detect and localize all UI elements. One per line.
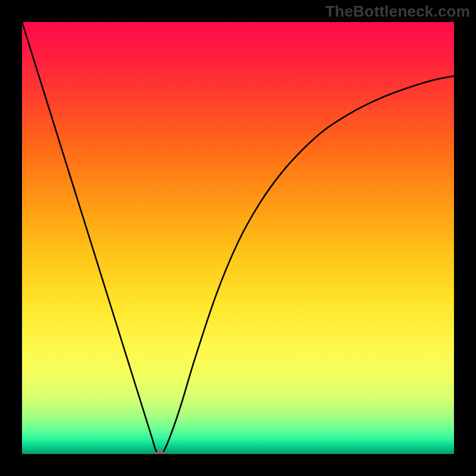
bottleneck-curve — [22, 22, 454, 454]
optimal-point-marker — [156, 451, 164, 454]
curve-svg — [22, 22, 454, 454]
chart-frame: TheBottleneck.com — [0, 0, 476, 476]
plot-area — [22, 22, 454, 454]
watermark-text: TheBottleneck.com — [325, 2, 470, 21]
